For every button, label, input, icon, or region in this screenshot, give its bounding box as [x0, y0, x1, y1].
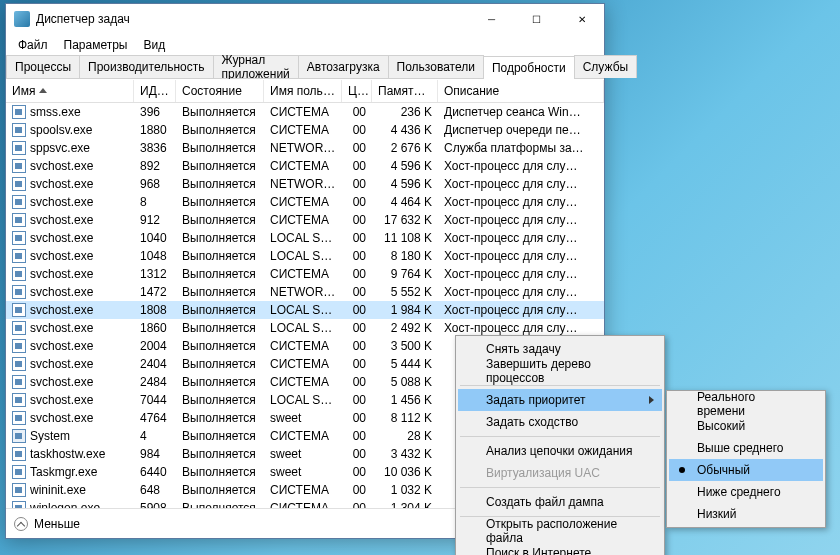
menu-separator	[460, 436, 660, 437]
table-row[interactable]: svchost.exe912ВыполняетсяСИСТЕМА0017 632…	[6, 211, 604, 229]
minimize-button[interactable]: ─	[469, 5, 514, 34]
table-row[interactable]: svchost.exe892ВыполняетсяСИСТЕМА004 596 …	[6, 157, 604, 175]
chevron-up-icon[interactable]	[14, 517, 28, 531]
priority-item[interactable]: Обычный	[669, 459, 823, 481]
table-row[interactable]: svchost.exe1808ВыполняетсяLOCAL SE…001 9…	[6, 301, 604, 319]
table-row[interactable]: spoolsv.exe1880ВыполняетсяСИСТЕМА004 436…	[6, 121, 604, 139]
col-pid[interactable]: ИД п...	[134, 80, 176, 102]
proc-mem: 4 436 K	[372, 122, 438, 138]
col-name[interactable]: Имя	[6, 80, 134, 102]
proc-name: smss.exe	[30, 105, 81, 119]
proc-mem: 5 552 K	[372, 284, 438, 300]
table-row[interactable]: svchost.exe1048ВыполняетсяLOCAL SE…008 1…	[6, 247, 604, 265]
menu-separator	[460, 487, 660, 488]
ctx-item[interactable]: Задать приоритет	[458, 389, 662, 411]
proc-state: Выполняется	[176, 284, 264, 300]
table-row[interactable]: svchost.exe1040ВыполняетсяLOCAL SE…0011 …	[6, 229, 604, 247]
proc-pid: 912	[134, 212, 176, 228]
process-icon	[12, 447, 26, 461]
proc-state: Выполняется	[176, 140, 264, 156]
proc-pid: 6440	[134, 464, 176, 480]
proc-mem: 1 304 K	[372, 500, 438, 508]
process-icon	[12, 321, 26, 335]
proc-name: svchost.exe	[30, 195, 93, 209]
priority-item[interactable]: Низкий	[669, 503, 823, 525]
close-button[interactable]: ✕	[559, 5, 604, 34]
proc-state: Выполняется	[176, 464, 264, 480]
priority-item[interactable]: Выше среднего	[669, 437, 823, 459]
col-cpu[interactable]: ЦП	[342, 80, 372, 102]
ctx-item[interactable]: Анализ цепочки ожидания	[458, 440, 662, 462]
proc-mem: 5 444 K	[372, 356, 438, 372]
process-icon	[12, 483, 26, 497]
proc-user: СИСТЕМА	[264, 482, 342, 498]
titlebar[interactable]: Диспетчер задач ─ ☐ ✕	[6, 4, 604, 34]
process-icon	[12, 429, 26, 443]
menu-file[interactable]: Файл	[10, 36, 56, 54]
table-row[interactable]: sppsvc.exe3836ВыполняетсяNETWORK…002 676…	[6, 139, 604, 157]
priority-item[interactable]: Ниже среднего	[669, 481, 823, 503]
tab-3[interactable]: Автозагрузка	[298, 55, 389, 78]
proc-cpu: 00	[342, 374, 372, 390]
proc-mem: 2 676 K	[372, 140, 438, 156]
proc-cpu: 00	[342, 356, 372, 372]
tab-2[interactable]: Журнал приложений	[213, 55, 299, 78]
ctx-item[interactable]: Поиск в Интернете	[458, 542, 662, 555]
table-row[interactable]: svchost.exe1312ВыполняетсяСИСТЕМА009 764…	[6, 265, 604, 283]
proc-desc: Хост-процесс для слу…	[438, 194, 604, 210]
proc-user: СИСТЕМА	[264, 374, 342, 390]
priority-item[interactable]: Реального времени	[669, 393, 823, 415]
proc-name: svchost.exe	[30, 267, 93, 281]
ctx-item[interactable]: Задать сходство	[458, 411, 662, 433]
proc-state: Выполняется	[176, 212, 264, 228]
ctx-item[interactable]: Создать файл дампа	[458, 491, 662, 513]
ctx-item[interactable]: Открыть расположение файла	[458, 520, 662, 542]
proc-name: winlogon.exe	[30, 501, 100, 508]
tab-4[interactable]: Пользователи	[388, 55, 484, 78]
proc-user: СИСТЕМА	[264, 158, 342, 174]
proc-user: СИСТЕМА	[264, 500, 342, 508]
process-icon	[12, 159, 26, 173]
menu-options[interactable]: Параметры	[56, 36, 136, 54]
fewer-details-button[interactable]: Меньше	[34, 517, 80, 531]
proc-cpu: 00	[342, 212, 372, 228]
tab-5[interactable]: Подробности	[483, 56, 575, 79]
proc-state: Выполняется	[176, 410, 264, 426]
proc-state: Выполняется	[176, 104, 264, 120]
table-row[interactable]: svchost.exe968ВыполняетсяNETWORK…004 596…	[6, 175, 604, 193]
col-user[interactable]: Имя польз...	[264, 80, 342, 102]
priority-submenu[interactable]: Реального времениВысокийВыше среднегоОбы…	[666, 390, 826, 528]
tab-6[interactable]: Службы	[574, 55, 637, 78]
col-state[interactable]: Состояние	[176, 80, 264, 102]
proc-pid: 4764	[134, 410, 176, 426]
menubar: Файл Параметры Вид	[6, 34, 604, 55]
proc-name: Taskmgr.exe	[30, 465, 97, 479]
tab-1[interactable]: Производительность	[79, 55, 213, 78]
context-menu[interactable]: Снять задачуЗавершить дерево процессовЗа…	[455, 335, 665, 555]
col-desc[interactable]: Описание	[438, 80, 604, 102]
window-title: Диспетчер задач	[36, 12, 469, 26]
process-icon	[12, 303, 26, 317]
proc-name: svchost.exe	[30, 231, 93, 245]
proc-desc: Хост-процесс для слу…	[438, 230, 604, 246]
proc-user: NETWORK…	[264, 140, 342, 156]
proc-user: СИСТЕМА	[264, 356, 342, 372]
proc-mem: 4 596 K	[372, 176, 438, 192]
table-row[interactable]: svchost.exe1472ВыполняетсяNETWORK…005 55…	[6, 283, 604, 301]
proc-pid: 1808	[134, 302, 176, 318]
proc-desc: Хост-процесс для слу…	[438, 212, 604, 228]
proc-user: СИСТЕМА	[264, 428, 342, 444]
proc-name: svchost.exe	[30, 411, 93, 425]
priority-item[interactable]: Высокий	[669, 415, 823, 437]
proc-pid: 2484	[134, 374, 176, 390]
tab-0[interactable]: Процессы	[6, 55, 80, 78]
proc-name: spoolsv.exe	[30, 123, 92, 137]
proc-state: Выполняется	[176, 248, 264, 264]
ctx-item[interactable]: Завершить дерево процессов	[458, 360, 662, 382]
table-row[interactable]: smss.exe396ВыполняетсяСИСТЕМА00236 KДисп…	[6, 103, 604, 121]
col-mem[interactable]: Память (ч...	[372, 80, 438, 102]
maximize-button[interactable]: ☐	[514, 5, 559, 34]
menu-view[interactable]: Вид	[135, 36, 173, 54]
table-row[interactable]: svchost.exe8ВыполняетсяСИСТЕМА004 464 KХ…	[6, 193, 604, 211]
menu-separator	[460, 385, 660, 386]
